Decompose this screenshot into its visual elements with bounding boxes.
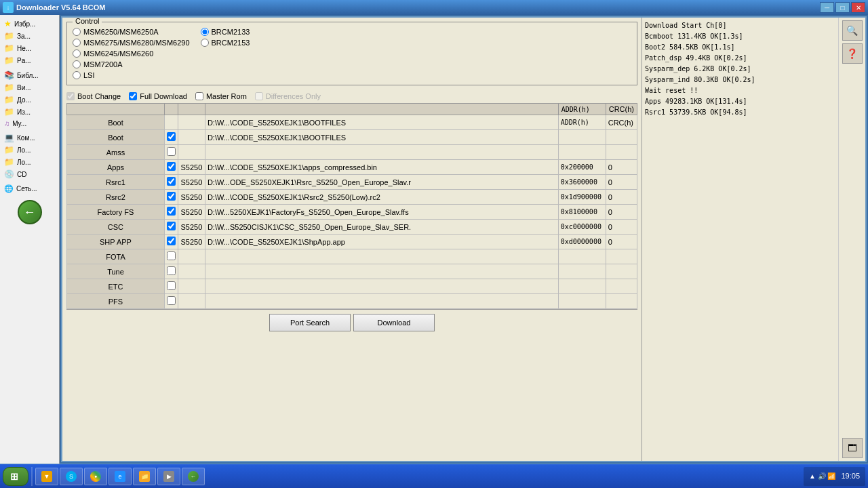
sidebar-item-cd[interactable]: 💿 CD	[1, 168, 58, 180]
sidebar-item-bibl[interactable]: 📚 Библ...	[1, 69, 58, 81]
radio-lsi-input[interactable]	[73, 71, 81, 79]
row-path-cell[interactable]	[205, 145, 558, 160]
sidebar-label: CD	[17, 171, 26, 178]
search-icon-button[interactable]: 🔍	[842, 20, 863, 41]
radio-brcm2153[interactable]: BRCM2153	[201, 39, 250, 47]
row-crc-cell: 0	[606, 175, 637, 190]
close-button[interactable]: ✕	[851, 2, 865, 13]
sidebar-item-network[interactable]: 🌐 Сеть...	[1, 183, 58, 195]
row-check-cell[interactable]	[164, 264, 178, 279]
sidebar-item-my[interactable]: ♫ My...	[1, 118, 58, 129]
option-differences-only[interactable]: Differences Only	[255, 92, 321, 100]
row-checkbox[interactable]	[167, 296, 176, 305]
taskbar-app-media[interactable]: ▶	[157, 468, 180, 485]
row-checkbox[interactable]	[167, 192, 176, 201]
row-path-cell[interactable]	[205, 264, 558, 279]
log-line: Bcmboot 131.4KB OK[1.3s]	[645, 31, 835, 42]
sidebar-item-lo1[interactable]: 📁 Ло...	[1, 144, 58, 156]
radio-msm6250-input[interactable]	[73, 28, 81, 36]
row-check-cell[interactable]	[164, 205, 178, 220]
sidebar-item-vi[interactable]: 📁 Ви...	[1, 81, 58, 94]
row-checkbox[interactable]	[167, 207, 176, 216]
radio-msm6275-input[interactable]	[73, 39, 81, 47]
sidebar-item-favorites[interactable]: ★ Избр...	[1, 18, 58, 30]
taskbar-app-chrome[interactable]: ●	[84, 468, 107, 485]
row-check-cell[interactable]	[164, 145, 178, 160]
main-area: ★ Избр... 📁 За... 📁 Не... 📁 Pa... 📚 Библ…	[0, 15, 868, 464]
row-path-cell[interactable]: D:\W...\CODE_S5250XEJK1\Rsrc2_S5250(Low)…	[205, 190, 558, 205]
row-checkbox[interactable]	[167, 222, 176, 230]
radio-lsi[interactable]: LSI	[73, 71, 190, 79]
sidebar-item-lo2[interactable]: 📁 Ло...	[1, 156, 58, 168]
start-button[interactable]: ⊞	[3, 467, 28, 486]
master-rom-checkbox[interactable]	[195, 92, 203, 100]
row-check-cell[interactable]	[164, 175, 178, 190]
row-path-cell[interactable]	[205, 249, 558, 264]
row-check-cell[interactable]	[164, 160, 178, 175]
option-master-rom[interactable]: Master Rom	[195, 92, 247, 100]
help-icon-button[interactable]: ❓	[842, 43, 863, 64]
port-search-button[interactable]: Port Search	[269, 314, 351, 331]
row-path-cell[interactable]: D:\W...\CODE_S5250XEJK1\BOOTFILES	[205, 115, 558, 130]
row-path-cell[interactable]: D:\W...S5250CISJK1\CSC_S5250_Open_Europe…	[205, 220, 558, 235]
row-path-cell[interactable]: D:\W...\CODE_S5250XEJK1\ShpApp.app	[205, 235, 558, 249]
taskbar-app-back[interactable]: ←	[182, 468, 205, 485]
sidebar-item-computer[interactable]: 💻 Ком...	[1, 131, 58, 144]
row-label-cell: CSC	[67, 220, 165, 235]
row-path-cell[interactable]	[205, 294, 558, 309]
row-checkbox[interactable]	[167, 162, 176, 171]
boot-change-checkbox[interactable]	[66, 92, 75, 100]
radio-brcm2133-input[interactable]	[201, 28, 209, 36]
row-path-cell[interactable]: D:\W...5250XEJK1\FactoryFs_S5250_Open_Eu…	[205, 205, 558, 220]
row-label-cell: Amss	[67, 145, 165, 160]
sidebar-item-iz[interactable]: 📁 Из...	[1, 106, 58, 118]
row-checkbox[interactable]	[167, 266, 176, 275]
taskbar-app-explorer[interactable]: e	[108, 468, 132, 485]
row-check-cell[interactable]	[164, 115, 178, 130]
sidebar-item-ne[interactable]: 📁 Не...	[1, 42, 58, 54]
row-checkbox[interactable]	[167, 251, 176, 260]
row-path-cell[interactable]: D:\W...\CODE_S5250XEJK1\BOOTFILES	[205, 130, 558, 145]
row-path-cell[interactable]: D:\W...ODE_S5250XEJK1\Rsrc_S5250_Open_Eu…	[205, 175, 558, 190]
maximize-button[interactable]: □	[835, 2, 850, 13]
windows-explorer-icon-button[interactable]: 🗔	[842, 438, 863, 458]
row-type-cell	[178, 279, 205, 294]
full-download-checkbox[interactable]	[129, 92, 137, 100]
radio-msm6275[interactable]: MSM6275/MSM6280/MSM6290	[73, 39, 190, 47]
row-checkbox[interactable]	[167, 147, 176, 156]
row-crc-cell: CRC(h)	[606, 115, 637, 130]
row-check-cell[interactable]	[164, 279, 178, 294]
radio-brcm2133[interactable]: BRCM2133	[201, 28, 250, 36]
folder-icon: 📁	[4, 145, 14, 155]
back-button[interactable]: ←	[18, 200, 42, 224]
radio-brcm2153-input[interactable]	[201, 39, 209, 47]
row-check-cell[interactable]	[164, 190, 178, 205]
row-checkbox[interactable]	[167, 281, 176, 290]
radio-msm6245[interactable]: MSM6245/MSM6260	[73, 49, 190, 58]
taskbar-app-folder[interactable]: 📁	[133, 468, 156, 485]
row-path-cell[interactable]	[205, 279, 558, 294]
radio-msm6250[interactable]: MSM6250/MSM6250A	[73, 28, 190, 36]
row-check-cell[interactable]	[164, 294, 178, 309]
row-check-cell[interactable]	[164, 220, 178, 235]
minimize-button[interactable]: ─	[820, 2, 834, 13]
row-check-cell[interactable]	[164, 249, 178, 264]
taskbar-app-skype[interactable]: S	[60, 468, 83, 485]
row-path-cell[interactable]: D:\W...\CODE_S5250XEJK1\apps_compressed.…	[205, 160, 558, 175]
option-full-download[interactable]: Full Download	[129, 92, 187, 100]
row-checkbox[interactable]	[167, 177, 176, 186]
row-check-cell[interactable]	[164, 130, 178, 145]
download-button[interactable]: Download	[353, 314, 435, 331]
sidebar-item-do[interactable]: 📁 До...	[1, 94, 58, 106]
differences-only-checkbox[interactable]	[255, 92, 263, 100]
option-boot-change[interactable]: Boot Change	[66, 92, 121, 100]
taskbar-app-torrent[interactable]: ▼	[35, 468, 58, 485]
radio-msm7200a[interactable]: MSM7200A	[73, 60, 190, 68]
sidebar-item-pa[interactable]: 📁 Pa...	[1, 54, 58, 66]
radio-msm7200a-input[interactable]	[73, 60, 81, 68]
row-check-cell[interactable]	[164, 235, 178, 249]
row-checkbox[interactable]	[167, 237, 176, 245]
row-checkbox[interactable]	[167, 132, 176, 141]
sidebar-item-za[interactable]: 📁 За...	[1, 30, 58, 42]
radio-msm6245-input[interactable]	[73, 49, 81, 58]
